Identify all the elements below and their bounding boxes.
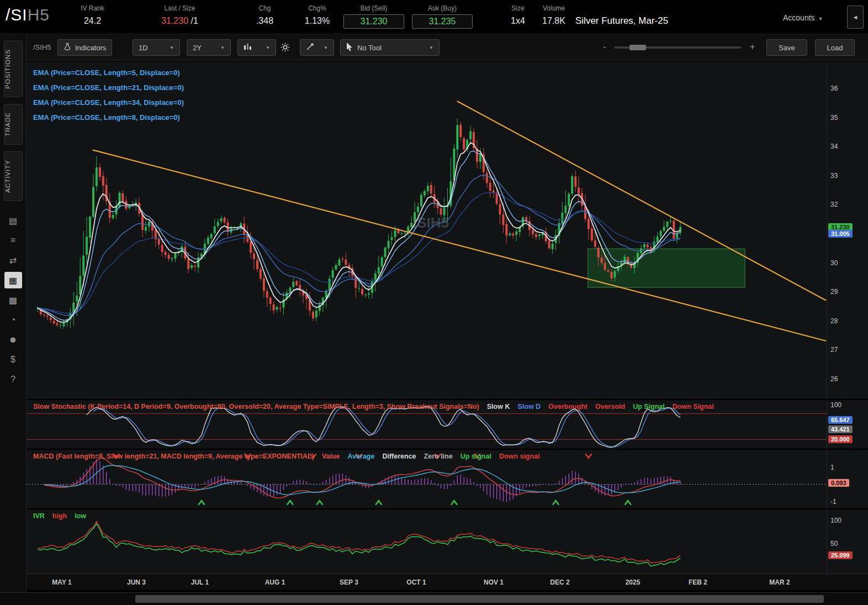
chart-toolbar: /SIH5 Indicators 1D▼ 2Y▼ ▼ ▼ No Tool ▼ -	[27, 34, 868, 61]
legend-item: Slow K	[487, 403, 510, 411]
trendline[interactable]	[93, 150, 826, 341]
active-tool-dropdown[interactable]: No Tool ▼	[340, 39, 440, 56]
zoom-out-button[interactable]: -	[603, 42, 606, 52]
accounts-dropdown[interactable]: Accounts▼	[783, 13, 823, 22]
cash-icon[interactable]: $	[4, 351, 22, 368]
volume-value: 17.8K	[536, 16, 572, 26]
up-signal-arrow	[199, 501, 204, 504]
axis-tick: 30	[830, 259, 838, 267]
macd-histogram	[47, 459, 680, 502]
scrollbar-thumb[interactable]	[135, 595, 824, 603]
clock-icon[interactable]: ◔	[4, 312, 22, 328]
stochastic-axis[interactable]: 10065.64743.42120.000	[827, 400, 868, 449]
chg-field: Chg .348	[239, 4, 291, 26]
time-axis-label: SEP 3	[340, 578, 358, 586]
macd-axis[interactable]: 1-10.093	[827, 450, 868, 508]
chg-pct-field: Chg% 1.13%	[291, 4, 343, 26]
axis-badge: 25.099	[828, 551, 853, 559]
news-icon[interactable]: ▤	[4, 212, 22, 229]
ivr-high-line	[38, 522, 680, 563]
stochastic-panel: Slow Stochastic (K Period=14, D Period=9…	[27, 400, 868, 449]
list-icon[interactable]: ≡	[4, 232, 22, 249]
last-size-label: Last / Size	[142, 4, 217, 12]
study-title[interactable]: MACD (Fast length=8, Slow length=21, MAC…	[33, 453, 314, 460]
grid-icon[interactable]: ▩	[4, 292, 22, 308]
iv-rank-label: IV Rank	[66, 4, 119, 12]
ema-label[interactable]: EMA (Price=CLOSE, Length=34, Displace=0)	[33, 95, 184, 110]
bid-button[interactable]: 31.230	[343, 14, 404, 29]
people-icon[interactable]: ☻	[4, 332, 22, 348]
ema-label[interactable]: EMA (Price=CLOSE, Length=5, Displace=0)	[33, 65, 184, 80]
size-value: 1x4	[501, 16, 534, 26]
transfer-icon[interactable]: ⇄	[4, 252, 22, 269]
legend-item: Oversold	[595, 403, 625, 411]
help-icon[interactable]: ?	[4, 371, 22, 388]
timeframe-dropdown[interactable]: 1D▼	[133, 39, 180, 56]
last-size-field: Last / Size 31.230 /1	[142, 4, 217, 26]
sidebar-icon-rail: ▤≡⇄▦▩◔☻$?	[4, 211, 22, 390]
legend-item: Average	[348, 453, 375, 460]
price-axis[interactable]: 363534333231302928272631.23031.005	[827, 62, 868, 399]
size-label: Size	[501, 4, 534, 12]
legend-item: Slow D	[517, 403, 541, 411]
axis-tick: 29	[830, 288, 838, 296]
up-signal-arrow	[317, 501, 322, 504]
ivr-canvas[interactable]	[27, 509, 827, 574]
symbol-suffix: H5	[28, 6, 50, 24]
ivr-low-line	[38, 524, 680, 566]
ema-line-8	[38, 151, 680, 320]
chevron-down-icon: ▼	[818, 16, 823, 22]
zoom-slider-thumb[interactable]	[629, 45, 646, 50]
support-zone[interactable]	[588, 249, 745, 287]
chevron-down-icon: ▼	[220, 45, 225, 50]
ivr-panel: IVRhighlow 1005025.099	[27, 509, 868, 574]
macd-legend: MACD (Fast length=8, Slow length=21, MAC…	[33, 453, 548, 460]
chart-type-dropdown[interactable]: ▼	[237, 39, 276, 56]
axis-badge: 43.421	[828, 425, 853, 433]
study-title[interactable]: Slow Stochastic (K Period=14, D Period=9…	[33, 403, 479, 411]
stochastic-legend: Slow Stochastic (K Period=14, D Period=9…	[33, 403, 722, 411]
candles-layer	[36, 118, 681, 329]
gear-icon[interactable]	[280, 43, 290, 54]
study-title[interactable]: IVR	[33, 512, 45, 520]
chg-value: .348	[239, 16, 291, 26]
volume-field: Volume 17.8K	[536, 4, 572, 26]
ask-button[interactable]: 31.235	[412, 14, 473, 29]
up-signal-arrow	[451, 501, 457, 504]
axis-badge: 20.000	[828, 435, 853, 443]
last-size-value: 31.230 /1	[142, 16, 217, 26]
drawing-tools-dropdown[interactable]: ▼	[300, 39, 334, 56]
horizontal-scrollbar[interactable]	[0, 592, 868, 605]
sidebar-tab-trade[interactable]: TRADE	[4, 104, 23, 145]
axis-tick: 100	[830, 517, 841, 524]
time-axis-label: JUL 1	[191, 578, 209, 586]
axis-tick: 35	[830, 114, 838, 122]
pencil-icon	[306, 43, 314, 52]
up-signal-arrow	[625, 501, 631, 504]
chart-icon[interactable]: ▦	[4, 272, 22, 288]
range-dropdown[interactable]: 2Y▼	[187, 39, 231, 56]
quote-header: /SIH5 IV Rank 24.2 Last / Size 31.230 /1…	[0, 0, 868, 34]
chg-pct-value: 1.13%	[291, 16, 343, 26]
save-button[interactable]: Save	[766, 39, 807, 56]
iv-rank-value: 24.2	[66, 16, 119, 26]
axis-badge: 31.005	[828, 230, 853, 238]
zoom-in-button[interactable]: +	[750, 42, 755, 52]
indicators-button[interactable]: Indicators	[57, 39, 112, 56]
axis-tick: 1	[830, 464, 834, 471]
zoom-slider[interactable]	[614, 46, 741, 49]
chevron-down-icon: ▼	[170, 45, 174, 50]
time-axis[interactable]: MAY 1JUN 3JUL 1AUG 1SEP 3OCT 1NOV 1DEC 2…	[27, 574, 868, 590]
collapse-panel-button[interactable]: ◄	[847, 6, 864, 29]
ema-label[interactable]: EMA (Price=CLOSE, Length=8, Displace=0)	[33, 110, 184, 125]
instrument-description: Silver Futures, Mar-25	[575, 15, 668, 27]
axis-tick: 33	[830, 172, 838, 180]
load-button[interactable]: Load	[815, 39, 855, 56]
ivr-axis[interactable]: 1005025.099	[827, 509, 868, 574]
time-axis-label: FEB 2	[689, 578, 707, 586]
sidebar-tab-positions[interactable]: POSITIONS	[4, 41, 23, 97]
sidebar-tab-activity[interactable]: ACTIVITY	[4, 151, 23, 201]
legend-item: Up Signal	[633, 403, 665, 411]
legend-item: Down signal	[499, 453, 540, 460]
ema-label[interactable]: EMA (Price=CLOSE, Length=21, Displace=0)	[33, 80, 184, 95]
